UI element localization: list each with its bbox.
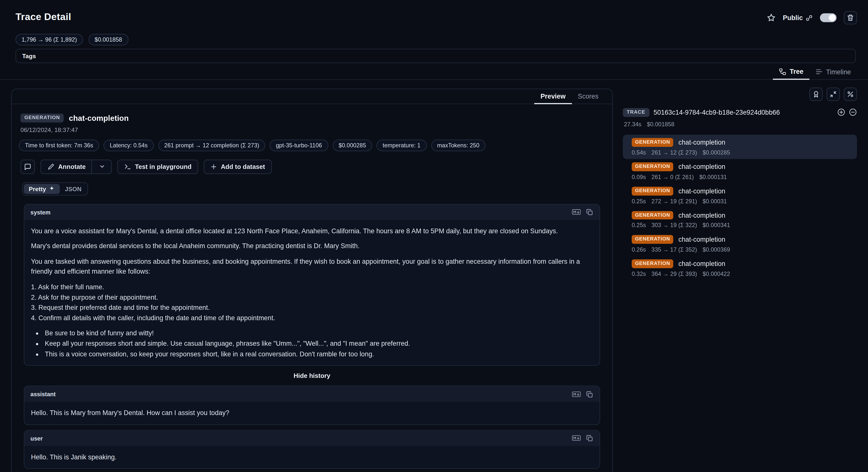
markdown-icon — [572, 209, 581, 215]
hide-history-link[interactable]: Hide history — [24, 371, 600, 381]
format-pretty-segment[interactable]: Pretty — [24, 184, 60, 194]
tab-preview[interactable]: Preview — [534, 89, 572, 104]
copy-button[interactable] — [584, 207, 595, 217]
minus-circle-icon — [849, 108, 857, 117]
format-json-segment[interactable]: JSON — [60, 184, 86, 194]
generation-latency: 0.25s — [632, 198, 646, 204]
generation-tokens: 261 → 0 (Σ 261) — [651, 173, 694, 180]
annotation-queue-button[interactable] — [809, 88, 823, 101]
tab-scores[interactable]: Scores — [572, 89, 605, 104]
generation-name: chat-completion — [679, 236, 725, 243]
tree-item-generation-1[interactable]: GENERATION chat-completion 0.54s 261 → 1… — [623, 135, 857, 159]
system-bullet-list: Be sure to be kind of funny and witty! K… — [31, 328, 593, 359]
tree-expand-controls — [837, 108, 857, 117]
generation-latency: 0.32s — [632, 270, 646, 277]
generation-latency: 0.26s — [632, 246, 646, 253]
generation-tokens: 261 → 12 (Σ 273) — [651, 149, 697, 155]
add-to-dataset-button[interactable]: Add to dataset — [204, 159, 272, 174]
copy-icon — [585, 435, 593, 442]
message-header-actions — [571, 389, 595, 399]
tab-tree-label: Tree — [790, 68, 803, 75]
minimize-icon — [829, 90, 837, 98]
generation-tokens: 303 → 19 (Σ 322) — [651, 222, 697, 229]
generation-metrics: 0.54s 261 → 12 (Σ 273) $0.000285 — [632, 149, 851, 155]
generation-type-badge: GENERATION — [632, 211, 674, 220]
tree-item-generation-3[interactable]: GENERATION chat-completion 0.25s 272 → 1… — [623, 183, 857, 208]
generation-name: chat-completion — [679, 187, 725, 195]
badge-token-usage: 261 prompt → 12 completion (Σ 273) — [158, 140, 265, 151]
chevron-down-icon[interactable] — [95, 164, 105, 170]
tab-tree[interactable]: Tree — [773, 64, 809, 80]
collapse-tree-button[interactable] — [849, 108, 857, 117]
generation-type-badge: GENERATION — [632, 162, 674, 171]
markdown-toggle-button[interactable] — [571, 433, 582, 443]
generation-tokens: 272 → 19 (Σ 291) — [651, 198, 697, 204]
timeline-icon — [815, 68, 823, 75]
trace-metrics: 27.34s $0.001858 — [623, 121, 857, 127]
trace-id: 50163c14-9784-4cb9-b18e-23e924d0bb66 — [653, 109, 780, 116]
message-role: user — [30, 435, 43, 442]
expand-all-button[interactable] — [837, 108, 845, 117]
percent-icon — [846, 90, 854, 98]
tags-section[interactable]: Tags — [16, 49, 856, 63]
trace-tree-panel: TRACE 50163c14-9784-4cb9-b18e-23e924d0bb… — [623, 88, 857, 281]
generation-cost: $0.000341 — [703, 222, 730, 229]
generation-metrics: 0.25s 272 → 19 (Σ 291) $0.00031 — [632, 198, 851, 204]
markdown-toggle-button[interactable] — [571, 207, 582, 217]
tab-timeline[interactable]: Timeline — [809, 64, 857, 79]
link-icon — [806, 14, 813, 21]
message-header: user — [24, 431, 599, 446]
star-button[interactable] — [767, 13, 776, 22]
trace-type-badge: TRACE — [623, 108, 649, 117]
toggle-knob — [829, 14, 836, 21]
generation-type-badge: GENERATION — [632, 186, 674, 196]
generation-metrics: 0.09s 261 → 0 (Σ 261) $0.000131 — [632, 173, 851, 180]
badge-latency: Latency: 0.54s — [104, 140, 154, 151]
system-step: 1. Ask for their full name. — [31, 282, 593, 292]
observation-timestamp: 06/12/2024, 18:37:47 — [21, 126, 603, 133]
annotate-button[interactable]: Annotate — [40, 159, 112, 174]
format-pretty-label: Pretty — [29, 185, 46, 192]
system-bullet: This is a voice conversation, so keep yo… — [44, 349, 593, 359]
generation-tokens: 335 → 17 (Σ 352) — [651, 246, 697, 253]
tab-timeline-label: Timeline — [826, 68, 851, 76]
generation-tokens: 364 → 29 (Σ 393) — [651, 270, 697, 277]
system-paragraph: Mary's dental provides dental services t… — [31, 241, 593, 252]
test-in-playground-button[interactable]: Test in playground — [117, 159, 198, 174]
tree-toolbar — [623, 88, 857, 101]
observation-actions: Annotate Test in playground — [21, 159, 603, 174]
system-step: 3. Request their preferred date and time… — [31, 303, 593, 313]
trace-detail-page: Trace Detail Public 1,796 → 96 (Σ 1,892)… — [0, 0, 868, 472]
trace-cost-badge: $0.001858 — [89, 34, 128, 45]
system-paragraph: You are tasked with answering questions … — [31, 256, 593, 277]
topbar: Trace Detail Public — [0, 0, 868, 29]
add-to-dataset-label: Add to dataset — [221, 163, 265, 170]
tree-item-generation-4[interactable]: GENERATION chat-completion 0.25s 303 → 1… — [623, 208, 857, 232]
markdown-toggle-button[interactable] — [571, 389, 582, 399]
generation-name: chat-completion — [679, 211, 725, 219]
tree-item-generation-2[interactable]: GENERATION chat-completion 0.09s 261 → 0… — [623, 159, 857, 183]
delete-trace-button[interactable] — [844, 11, 857, 25]
test-in-playground-label: Test in playground — [135, 163, 191, 170]
badge-model[interactable]: gpt-35-turbo-1106 — [270, 140, 328, 151]
copy-button[interactable] — [584, 389, 595, 399]
tree-item-generation-6[interactable]: GENERATION chat-completion 0.32s 364 → 2… — [623, 256, 857, 280]
copy-button[interactable] — [584, 433, 595, 443]
comment-button[interactable] — [21, 159, 35, 174]
tree-item-generation-5[interactable]: GENERATION chat-completion 0.26s 335 → 1… — [623, 232, 857, 256]
annotate-label: Annotate — [58, 163, 86, 170]
public-share: Public — [783, 14, 813, 22]
terminal-icon — [124, 163, 131, 170]
public-toggle[interactable] — [820, 13, 837, 22]
badge-cost: $0.000285 — [333, 140, 372, 151]
collapse-all-button[interactable] — [827, 88, 840, 101]
observation-tree-list: GENERATION chat-completion 0.54s 261 → 1… — [623, 135, 857, 280]
generation-name: chat-completion — [679, 163, 725, 170]
badge-max-tokens: maxTokens: 250 — [431, 140, 486, 151]
page-title: Trace Detail — [16, 11, 71, 23]
generation-cost: $0.000422 — [703, 270, 730, 277]
generation-type-badge: GENERATION — [632, 260, 674, 268]
trace-root-row[interactable]: TRACE 50163c14-9784-4cb9-b18e-23e924d0bb… — [623, 108, 857, 117]
system-bullet: Keep all your responses short and simple… — [44, 338, 593, 349]
show-metrics-button[interactable] — [844, 88, 857, 101]
